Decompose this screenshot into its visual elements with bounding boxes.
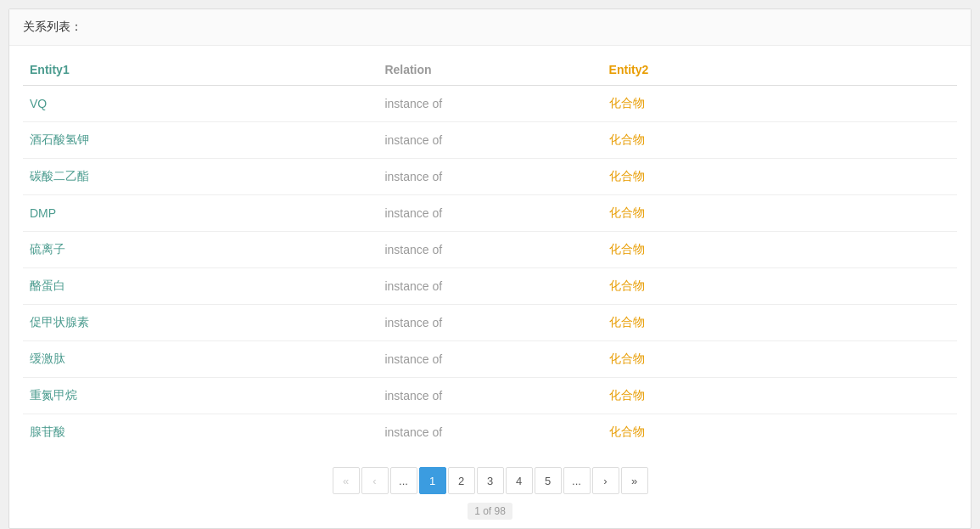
cell-entity1: DMP — [23, 195, 378, 232]
cell-entity2: 化合物 — [602, 341, 957, 378]
cell-entity2: 化合物 — [602, 86, 957, 122]
cell-relation: instance of — [378, 341, 602, 378]
table-row: 重氮甲烷instance of化合物 — [23, 378, 957, 414]
page-2-button[interactable]: 2 — [448, 467, 475, 494]
header-entity2: Entity2 — [602, 54, 957, 86]
page-info: 1 of 98 — [468, 503, 512, 520]
page-1-button[interactable]: 1 — [419, 467, 446, 494]
page-3-button[interactable]: 3 — [477, 467, 504, 494]
table-header-row: Entity1 Relation Entity2 — [23, 54, 957, 86]
main-container: 关系列表： Entity1 Relation Entity2 VQinstanc… — [8, 8, 972, 529]
cell-relation: instance of — [378, 86, 602, 122]
cell-entity2: 化合物 — [602, 195, 957, 232]
section-title: 关系列表： — [9, 9, 971, 46]
table-row: VQinstance of化合物 — [23, 86, 957, 122]
cell-relation: instance of — [378, 305, 602, 341]
table-row: 碳酸二乙酯instance of化合物 — [23, 159, 957, 195]
page-ellipsis-left: ... — [390, 467, 417, 494]
table-row: DMPinstance of化合物 — [23, 195, 957, 232]
cell-entity1: 缓激肽 — [23, 341, 378, 378]
cell-entity2: 化合物 — [602, 414, 957, 451]
cell-relation: instance of — [378, 268, 602, 305]
page-last-button[interactable]: » — [621, 467, 648, 494]
cell-relation: instance of — [378, 232, 602, 268]
cell-entity2: 化合物 — [602, 159, 957, 195]
table-wrapper: Entity1 Relation Entity2 VQinstance of化合… — [9, 46, 971, 450]
cell-entity1: 腺苷酸 — [23, 414, 378, 451]
table-row: 酒石酸氢钾instance of化合物 — [23, 122, 957, 159]
cell-entity2: 化合物 — [602, 268, 957, 305]
cell-entity1: 硫离子 — [23, 232, 378, 268]
page-prev-button[interactable]: ‹ — [361, 467, 389, 494]
page-ellipsis-right: ... — [563, 467, 591, 494]
table-row: 腺苷酸instance of化合物 — [23, 414, 957, 451]
cell-entity1: VQ — [23, 86, 378, 122]
cell-relation: instance of — [378, 378, 602, 414]
table-row: 硫离子instance of化合物 — [23, 232, 957, 268]
cell-relation: instance of — [378, 414, 602, 451]
cell-entity1: 酒石酸氢钾 — [23, 122, 378, 159]
pagination: « ‹ ... 1 2 3 4 5 ... › » — [333, 467, 648, 494]
cell-entity2: 化合物 — [602, 305, 957, 341]
header-entity1: Entity1 — [23, 54, 378, 86]
cell-relation: instance of — [378, 122, 602, 159]
page-4-button[interactable]: 4 — [506, 467, 533, 494]
table-row: 酪蛋白instance of化合物 — [23, 268, 957, 305]
cell-entity1: 酪蛋白 — [23, 268, 378, 305]
header-relation: Relation — [378, 54, 602, 86]
cell-relation: instance of — [378, 159, 602, 195]
cell-relation: instance of — [378, 195, 602, 232]
page-first-button[interactable]: « — [333, 467, 360, 494]
cell-entity1: 促甲状腺素 — [23, 305, 378, 341]
relations-table: Entity1 Relation Entity2 VQinstance of化合… — [23, 54, 957, 450]
page-next-button[interactable]: › — [592, 467, 619, 494]
cell-entity2: 化合物 — [602, 122, 957, 159]
cell-entity2: 化合物 — [602, 378, 957, 414]
cell-entity2: 化合物 — [602, 232, 957, 268]
pagination-wrapper: « ‹ ... 1 2 3 4 5 ... › » 1 of 98 — [9, 450, 971, 528]
cell-entity1: 重氮甲烷 — [23, 378, 378, 414]
cell-entity1: 碳酸二乙酯 — [23, 159, 378, 195]
page-5-button[interactable]: 5 — [535, 467, 562, 494]
table-row: 缓激肽instance of化合物 — [23, 341, 957, 378]
table-row: 促甲状腺素instance of化合物 — [23, 305, 957, 341]
